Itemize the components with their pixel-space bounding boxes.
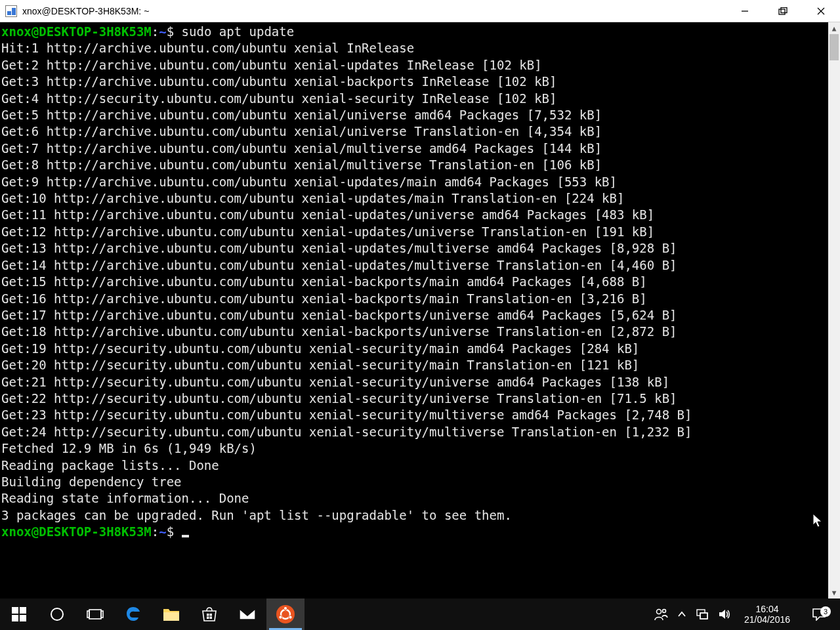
mail-button[interactable] bbox=[228, 598, 266, 630]
edge-button[interactable] bbox=[114, 598, 152, 630]
svg-rect-13 bbox=[163, 612, 179, 621]
svg-point-20 bbox=[284, 606, 287, 610]
svg-rect-7 bbox=[12, 615, 18, 621]
svg-point-9 bbox=[51, 608, 63, 620]
svg-rect-15 bbox=[210, 614, 213, 616]
people-icon[interactable] bbox=[654, 608, 668, 621]
svg-point-23 bbox=[656, 610, 661, 614]
tray-chevron-icon[interactable] bbox=[677, 611, 686, 618]
svg-point-22 bbox=[289, 616, 292, 619]
close-button[interactable] bbox=[802, 0, 840, 22]
task-view-button[interactable] bbox=[76, 598, 114, 630]
svg-rect-5 bbox=[12, 607, 18, 614]
svg-rect-6 bbox=[20, 607, 26, 614]
svg-rect-8 bbox=[20, 615, 26, 621]
taskbar: 16:04 21/04/2016 3 bbox=[0, 598, 840, 630]
svg-point-24 bbox=[662, 610, 665, 613]
maximize-button[interactable] bbox=[764, 0, 802, 22]
cortana-button[interactable] bbox=[38, 598, 76, 630]
volume-icon[interactable] bbox=[718, 608, 731, 620]
svg-point-21 bbox=[279, 616, 282, 619]
svg-rect-10 bbox=[89, 610, 101, 619]
action-center-button[interactable]: 3 bbox=[803, 608, 835, 621]
app-icon bbox=[5, 5, 17, 17]
minimize-button[interactable] bbox=[726, 0, 764, 22]
scroll-down-icon[interactable]: ▼ bbox=[828, 587, 840, 598]
ubuntu-button[interactable] bbox=[266, 598, 304, 630]
network-icon[interactable] bbox=[696, 608, 709, 620]
svg-rect-1 bbox=[779, 9, 785, 14]
scroll-up-icon[interactable]: ▲ bbox=[828, 22, 840, 34]
terminal-window: xnox@DESKTOP-3H8K53M:~$ sudo apt update … bbox=[0, 22, 840, 598]
clock-date: 21/04/2016 bbox=[744, 614, 790, 625]
scroll-track[interactable] bbox=[828, 34, 840, 587]
svg-rect-11 bbox=[87, 611, 89, 618]
svg-rect-26 bbox=[700, 613, 707, 619]
notification-badge: 3 bbox=[820, 606, 831, 617]
window-title: xnox@DESKTOP-3H8K53M: ~ bbox=[22, 6, 149, 16]
window-controls bbox=[726, 0, 840, 22]
start-button[interactable] bbox=[0, 598, 38, 630]
scroll-thumb[interactable] bbox=[830, 34, 839, 60]
clock-time: 16:04 bbox=[744, 604, 790, 614]
window-titlebar: xnox@DESKTOP-3H8K53M: ~ bbox=[0, 0, 840, 22]
svg-rect-2 bbox=[781, 7, 787, 12]
terminal-content[interactable]: xnox@DESKTOP-3H8K53M:~$ sudo apt update … bbox=[0, 22, 828, 598]
svg-rect-14 bbox=[207, 614, 209, 616]
svg-rect-17 bbox=[210, 617, 213, 620]
svg-rect-16 bbox=[207, 617, 209, 620]
file-explorer-button[interactable] bbox=[152, 598, 190, 630]
svg-rect-12 bbox=[101, 611, 103, 618]
system-tray: 16:04 21/04/2016 3 bbox=[654, 604, 840, 625]
scrollbar[interactable]: ▲ ▼ bbox=[828, 22, 840, 598]
store-button[interactable] bbox=[190, 598, 228, 630]
clock[interactable]: 16:04 21/04/2016 bbox=[740, 604, 794, 625]
